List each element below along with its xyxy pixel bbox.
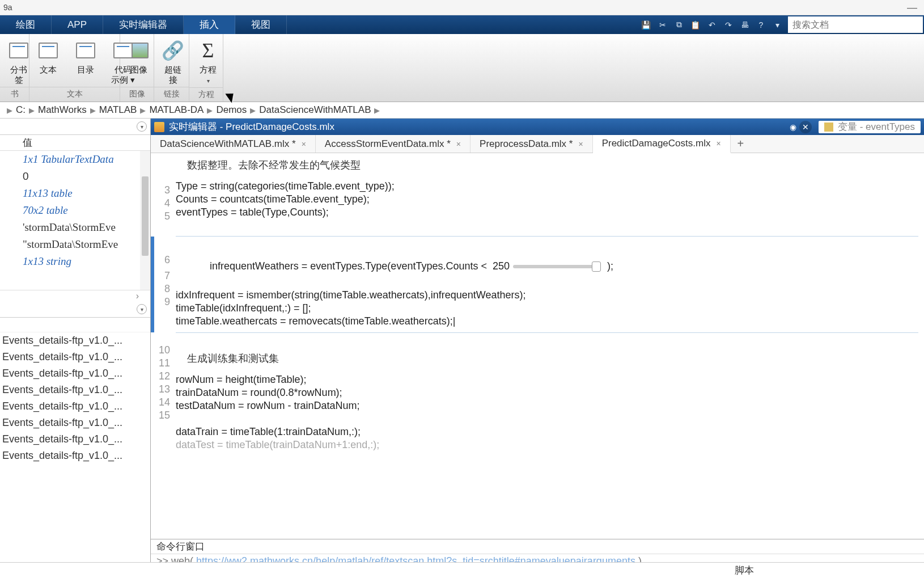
file-item[interactable]: Events_details-ftp_v1.0_... xyxy=(0,332,150,349)
status-mode: 脚本 xyxy=(735,564,924,577)
code-line[interactable]: eventTypes = table(Type,Counts); xyxy=(176,206,918,219)
live-script-icon xyxy=(154,122,164,132)
workspace-hscroll[interactable]: › xyxy=(0,290,150,301)
print-icon[interactable]: 🖶 xyxy=(736,16,753,33)
close-icon[interactable]: × xyxy=(716,139,720,148)
search-docs-input[interactable] xyxy=(788,16,923,33)
code-line[interactable]: timeTable(idxInfrequent,:) = []; xyxy=(176,302,918,315)
workspace-scrollbar[interactable] xyxy=(140,151,150,290)
addr-da[interactable]: MATLAB-DA xyxy=(149,104,204,116)
code-line-slider[interactable]: infrequentWeathers = eventTypes.Type(eve… xyxy=(176,247,918,286)
tab-plot[interactable]: 绘图 xyxy=(0,15,52,34)
code-line[interactable]: Type = string(categories(timeTable.event… xyxy=(176,180,918,193)
dropdown-icon[interactable]: ▾ xyxy=(769,16,786,33)
hyperlink-button[interactable]: 🔗 超链接 xyxy=(154,37,192,86)
workspace-value[interactable]: 'stormData\StormEve xyxy=(0,219,150,236)
code-line[interactable]: testDataNum = rowNum - trainDataNum; xyxy=(176,399,918,412)
bookmark-icon xyxy=(7,39,31,62)
workspace-value[interactable]: 1x1 TabularTextData xyxy=(0,151,150,168)
group-text: 文本 xyxy=(29,87,120,102)
textbox-button[interactable]: 文本 xyxy=(29,37,67,76)
workspace-value[interactable]: 70x2 table xyxy=(0,202,150,219)
file-item[interactable]: Events_details-ftp_v1.0_... xyxy=(0,448,150,464)
variable-panel-title[interactable]: 变量 - eventTypes xyxy=(838,120,915,133)
section-title-2: 生成训练集和测试集 xyxy=(176,342,918,373)
workspace-panel: 值 1x1 TabularTextData011x13 table70x2 ta… xyxy=(0,135,150,301)
code-line[interactable]: Counts = countcats(timeTable.event_type)… xyxy=(176,193,918,206)
file-item[interactable]: Events_details-ftp_v1.0_... xyxy=(0,382,150,398)
dock-icon[interactable]: ◉ xyxy=(787,121,799,133)
addr-matlab[interactable]: MATLAB xyxy=(99,104,137,116)
files-panel-header: ▾ xyxy=(0,301,150,318)
redo-icon[interactable]: ↷ xyxy=(720,16,736,33)
addr-demos[interactable]: Demos xyxy=(216,104,247,116)
code-line[interactable]: dataTest = timeTable(trainDataNum+1:end,… xyxy=(176,438,918,452)
collapse-icon[interactable]: ▾ xyxy=(137,304,147,314)
help-icon[interactable]: ? xyxy=(753,16,769,33)
new-tab-button[interactable]: + xyxy=(731,135,751,153)
toolstrip-tabs: 绘图 APP 实时编辑器 插入 视图 💾 ✂ ⧉ 📋 ↶ ↷ 🖶 ? ▾ xyxy=(0,15,924,34)
close-icon[interactable]: ✕ xyxy=(799,121,812,133)
textbox-icon xyxy=(36,39,60,62)
code-line[interactable]: trainDataNum = round(0.8*rowNum); xyxy=(176,386,918,399)
file-item[interactable]: Events_details-ftp_v1.0_... xyxy=(0,398,150,415)
address-bar[interactable]: ▶ C: ▶ MathWorks ▶ MATLAB ▶ MATLAB-DA ▶ … xyxy=(0,102,924,119)
close-icon[interactable]: × xyxy=(302,140,306,149)
window-titlebar: 9a — xyxy=(0,0,924,15)
section-title-1: 数据整理。去除不经常发生的气候类型 xyxy=(176,153,918,180)
paste-icon[interactable]: 📋 xyxy=(687,16,703,33)
doc-tab-preprocess[interactable]: PreprocessData.mlx *× xyxy=(471,135,593,153)
equation-button[interactable]: Σ 方程▾ xyxy=(189,37,227,87)
addr-c[interactable]: C: xyxy=(16,104,26,116)
document-tabs: DataScienceWithMATLAB.mlx *× AccessStorm… xyxy=(151,135,924,153)
chevron-down-icon: ▾ xyxy=(207,78,210,84)
code-line[interactable]: rowNum = height(timeTable); xyxy=(176,373,918,386)
workspace-value[interactable]: 1x13 string xyxy=(0,253,150,270)
copy-icon[interactable]: ⧉ xyxy=(671,16,687,33)
tab-live-editor[interactable]: 实时编辑器 xyxy=(103,15,184,34)
toc-icon xyxy=(74,39,98,62)
tab-insert[interactable]: 插入 xyxy=(184,15,235,34)
minimize-button[interactable]: — xyxy=(904,2,921,14)
cut-icon[interactable]: ✂ xyxy=(654,16,671,33)
close-icon[interactable]: × xyxy=(578,140,583,149)
code-line[interactable]: dataTrain = timeTable(1:trainDataNum,:); xyxy=(176,425,918,438)
status-bar: 脚本 xyxy=(0,562,924,578)
workspace-col-value[interactable]: 值 xyxy=(0,135,150,151)
undo-icon[interactable]: ↶ xyxy=(703,16,720,33)
variable-icon xyxy=(824,123,833,132)
command-window-title: 命令行窗口 xyxy=(151,539,924,554)
workspace-value[interactable]: "stormData\StormEve xyxy=(0,236,150,253)
collapse-icon[interactable]: ▾ xyxy=(137,121,147,132)
current-folder-panel: Events_details-ftp_v1.0_...Events_detail… xyxy=(0,318,150,578)
file-item[interactable]: Events_details-ftp_v1.0_... xyxy=(0,365,150,382)
mouse-cursor xyxy=(228,91,237,103)
code-line[interactable]: idxInfrequent = ismember(string(timeTabl… xyxy=(176,289,918,302)
workspace-value[interactable]: 0 xyxy=(0,168,150,185)
file-item[interactable]: Events_details-ftp_v1.0_... xyxy=(0,349,150,365)
save-icon[interactable]: 💾 xyxy=(638,16,654,33)
editor-title: 实时编辑器 - PredictDamageCosts.mlx xyxy=(169,120,334,133)
group-image: 图像 xyxy=(120,87,154,102)
toc-button[interactable]: 目录 xyxy=(67,37,104,76)
file-item[interactable]: Events_details-ftp_v1.0_... xyxy=(0,415,150,431)
code-line[interactable]: timeTable.weathercats = removecats(timeT… xyxy=(176,315,918,328)
doc-tab-dsml[interactable]: DataScienceWithMATLAB.mlx *× xyxy=(151,135,316,153)
editor-titlebar: 实时编辑器 - PredictDamageCosts.mlx ◉ ✕ 变量 - … xyxy=(151,119,924,135)
close-icon[interactable]: × xyxy=(456,140,461,149)
tab-app[interactable]: APP xyxy=(52,15,103,34)
doc-tab-predict[interactable]: PredictDamageCosts.mlx× xyxy=(593,135,731,153)
code-editor[interactable]: 345 6 789 101112131415 数据整理。去除不经常发生的气候类型… xyxy=(151,153,924,539)
workspace-value[interactable]: 11x13 table xyxy=(0,185,150,202)
doc-tab-access[interactable]: AccessStormEventData.mlx *× xyxy=(316,135,471,153)
tab-view[interactable]: 视图 xyxy=(235,15,287,34)
addr-ds[interactable]: DataScienceWithMATLAB xyxy=(259,104,371,116)
code-line[interactable] xyxy=(176,412,918,425)
slider-control[interactable] xyxy=(513,265,598,268)
addr-mathworks[interactable]: MathWorks xyxy=(38,104,87,116)
group-link: 链接 xyxy=(154,87,189,102)
equation-icon: Σ xyxy=(196,39,220,62)
line-gutter: 345 6 789 101112131415 xyxy=(151,153,176,539)
file-item[interactable]: Events_details-ftp_v1.0_... xyxy=(0,431,150,448)
workspace-panel-header: ▾ xyxy=(0,119,150,135)
